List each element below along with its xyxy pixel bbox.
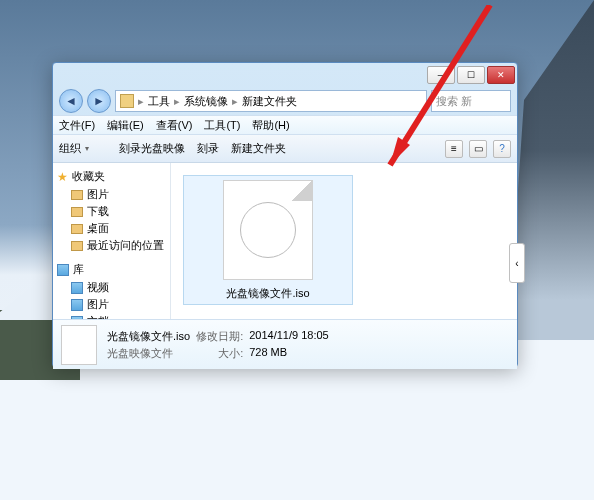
search-input[interactable]: 搜索 新 [431,90,511,112]
breadcrumb-seg[interactable]: 新建文件夹 [242,94,297,109]
navigation-sidebar: ★收藏夹 图片 下载 桌面 最近访问的位置 库 视频 图片 文档 迅雷下载 音乐 [53,163,171,319]
folder-icon [71,190,83,200]
menu-edit[interactable]: 编辑(E) [107,118,144,133]
burn-image-button[interactable]: 刻录光盘映像 [101,141,185,156]
disc-icon [240,202,296,258]
details-filename: 光盘镜像文件.iso [107,329,190,344]
sidebar-item-downloads[interactable]: 下载 [57,203,166,220]
library-icon [71,299,83,311]
file-name-label: 光盘镜像文件.iso [226,286,309,301]
file-thumbnail [223,180,313,280]
titlebar: ─ ☐ ✕ [53,63,517,87]
file-list: 光盘镜像文件.iso [171,163,517,319]
details-pane: 光盘镜像文件.iso 修改日期: 2014/11/9 18:05 光盘映像文件 … [53,319,517,369]
toolbar: 组织 刻录光盘映像 刻录 新建文件夹 ≡ ▭ ? [53,135,517,163]
back-button[interactable]: ◄ [59,89,83,113]
date-label: 修改日期: [196,329,243,344]
disc-icon [68,334,90,356]
sidebar-item-pictures[interactable]: 图片 [57,186,166,203]
forward-button[interactable]: ► [87,89,111,113]
folder-icon [71,207,83,217]
folder-icon [71,224,83,234]
date-value: 2014/11/9 18:05 [249,329,329,344]
library-icon [71,282,83,294]
sidebar-item-documents[interactable]: 文档 [57,313,166,319]
sidebar-item-recent[interactable]: 最近访问的位置 [57,237,166,254]
details-filetype: 光盘映像文件 [107,346,190,361]
address-row: ◄ ► ▸ 工具 ▸ 系统镜像 ▸ 新建文件夹 搜索 新 [53,87,517,115]
details-thumbnail [61,325,97,365]
help-button[interactable]: ? [493,140,511,158]
menubar: 文件(F) 编辑(E) 查看(V) 工具(T) 帮助(H) [53,115,517,135]
breadcrumb-seg[interactable]: 系统镜像 [184,94,228,109]
sidebar-favorites[interactable]: ★收藏夹 [57,169,166,184]
disc-icon [101,142,115,156]
menu-view[interactable]: 查看(V) [156,118,193,133]
folder-icon [120,94,134,108]
explorer-window: ─ ☐ ✕ ◄ ► ▸ 工具 ▸ 系统镜像 ▸ 新建文件夹 搜索 新 文件(F)… [52,62,518,368]
breadcrumb-seg[interactable]: 工具 [148,94,170,109]
menu-file[interactable]: 文件(F) [59,118,95,133]
expand-slider-button[interactable]: ‹ [509,243,525,283]
sidebar-libraries[interactable]: 库 [57,262,166,277]
close-button[interactable]: ✕ [487,66,515,84]
content-area: ★收藏夹 图片 下载 桌面 最近访问的位置 库 视频 图片 文档 迅雷下载 音乐… [53,163,517,319]
size-label: 大小: [196,346,243,361]
library-icon [57,264,69,276]
new-folder-button[interactable]: 新建文件夹 [231,141,286,156]
organize-button[interactable]: 组织 [59,141,89,156]
view-options-button[interactable]: ≡ [445,140,463,158]
sidebar-item-pictures-lib[interactable]: 图片 [57,296,166,313]
preview-pane-button[interactable]: ▭ [469,140,487,158]
size-value: 728 MB [249,346,329,361]
sidebar-item-videos[interactable]: 视频 [57,279,166,296]
minimize-button[interactable]: ─ [427,66,455,84]
sidebar-item-desktop[interactable]: 桌面 [57,220,166,237]
menu-tools[interactable]: 工具(T) [204,118,240,133]
file-item-iso[interactable]: 光盘镜像文件.iso [183,175,353,305]
menu-help[interactable]: 帮助(H) [252,118,289,133]
star-icon: ★ [57,170,68,184]
library-icon [71,316,83,320]
address-bar[interactable]: ▸ 工具 ▸ 系统镜像 ▸ 新建文件夹 [115,90,427,112]
maximize-button[interactable]: ☐ [457,66,485,84]
burn-button[interactable]: 刻录 [197,141,219,156]
folder-icon [71,241,83,251]
